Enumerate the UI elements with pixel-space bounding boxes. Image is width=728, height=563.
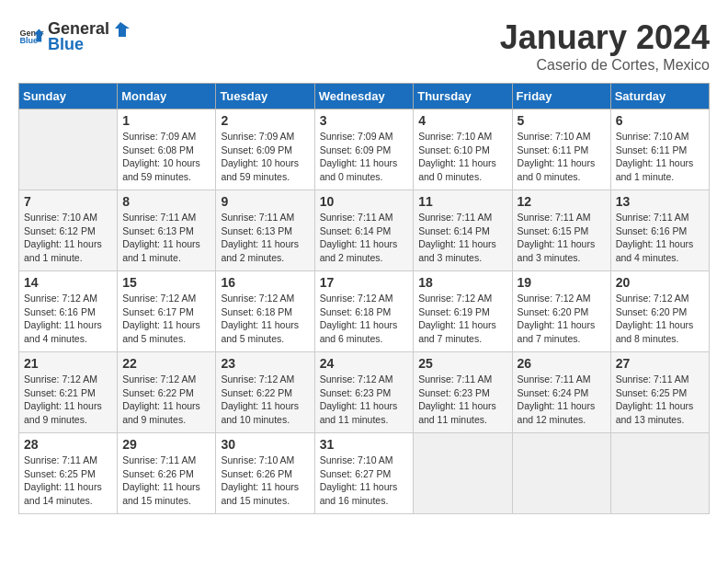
- calendar-cell: 30Sunrise: 7:10 AM Sunset: 6:26 PM Dayli…: [216, 433, 314, 514]
- logo-icon: General Blue: [18, 24, 44, 50]
- calendar-cell: 26Sunrise: 7:11 AM Sunset: 6:24 PM Dayli…: [512, 352, 610, 433]
- calendar-cell: 15Sunrise: 7:12 AM Sunset: 6:17 PM Dayli…: [118, 271, 216, 352]
- weekday-header-thursday: Thursday: [414, 84, 512, 109]
- weekday-header-monday: Monday: [118, 84, 216, 109]
- calendar-cell: 8Sunrise: 7:11 AM Sunset: 6:13 PM Daylig…: [118, 190, 216, 271]
- title-area: January 2024 Caserio de Cortes, Mexico: [500, 18, 710, 74]
- cell-day-number: 15: [122, 275, 210, 290]
- cell-day-number: 12: [518, 194, 606, 209]
- cell-day-number: 17: [320, 275, 409, 290]
- calendar-cell: 17Sunrise: 7:12 AM Sunset: 6:18 PM Dayli…: [314, 271, 414, 352]
- cell-day-number: 25: [418, 356, 506, 371]
- calendar-cell: 18Sunrise: 7:12 AM Sunset: 6:19 PM Dayli…: [414, 271, 512, 352]
- cell-day-number: 10: [320, 194, 409, 209]
- cell-info: Sunrise: 7:12 AM Sunset: 6:16 PM Dayligh…: [24, 292, 112, 346]
- cell-info: Sunrise: 7:12 AM Sunset: 6:20 PM Dayligh…: [616, 292, 704, 346]
- cell-info: Sunrise: 7:11 AM Sunset: 6:25 PM Dayligh…: [24, 454, 112, 508]
- calendar-cell: 4Sunrise: 7:10 AM Sunset: 6:10 PM Daylig…: [414, 109, 512, 190]
- weekday-header-saturday: Saturday: [610, 84, 709, 109]
- weekday-header-wednesday: Wednesday: [314, 84, 414, 109]
- calendar-cell: 5Sunrise: 7:10 AM Sunset: 6:11 PM Daylig…: [512, 109, 610, 190]
- cell-day-number: 21: [24, 356, 112, 371]
- calendar-cell: [19, 109, 118, 190]
- cell-info: Sunrise: 7:11 AM Sunset: 6:26 PM Dayligh…: [122, 454, 210, 508]
- calendar-cell: 9Sunrise: 7:11 AM Sunset: 6:13 PM Daylig…: [216, 190, 314, 271]
- calendar-cell: 12Sunrise: 7:11 AM Sunset: 6:15 PM Dayli…: [512, 190, 610, 271]
- cell-day-number: 11: [418, 194, 506, 209]
- calendar-cell: 29Sunrise: 7:11 AM Sunset: 6:26 PM Dayli…: [118, 433, 216, 514]
- calendar-cell: 10Sunrise: 7:11 AM Sunset: 6:14 PM Dayli…: [314, 190, 414, 271]
- cell-day-number: 31: [320, 437, 409, 452]
- cell-info: Sunrise: 7:10 AM Sunset: 6:26 PM Dayligh…: [221, 454, 309, 508]
- cell-day-number: 13: [616, 194, 704, 209]
- calendar-cell: [414, 433, 512, 514]
- calendar-cell: 28Sunrise: 7:11 AM Sunset: 6:25 PM Dayli…: [19, 433, 118, 514]
- svg-marker-3: [115, 22, 130, 37]
- cell-info: Sunrise: 7:12 AM Sunset: 6:18 PM Dayligh…: [320, 292, 409, 346]
- cell-info: Sunrise: 7:12 AM Sunset: 6:19 PM Dayligh…: [418, 292, 506, 346]
- calendar-subtitle: Caserio de Cortes, Mexico: [500, 57, 710, 74]
- calendar-table: SundayMondayTuesdayWednesdayThursdayFrid…: [18, 83, 710, 514]
- calendar-cell: 23Sunrise: 7:12 AM Sunset: 6:22 PM Dayli…: [216, 352, 314, 433]
- calendar-cell: 16Sunrise: 7:12 AM Sunset: 6:18 PM Dayli…: [216, 271, 314, 352]
- weekday-header-friday: Friday: [512, 84, 610, 109]
- calendar-cell: 2Sunrise: 7:09 AM Sunset: 6:09 PM Daylig…: [216, 109, 314, 190]
- calendar-cell: 27Sunrise: 7:11 AM Sunset: 6:25 PM Dayli…: [610, 352, 709, 433]
- cell-day-number: 6: [616, 113, 704, 128]
- cell-day-number: 23: [221, 356, 309, 371]
- calendar-cell: 19Sunrise: 7:12 AM Sunset: 6:20 PM Dayli…: [512, 271, 610, 352]
- cell-info: Sunrise: 7:11 AM Sunset: 6:13 PM Dayligh…: [221, 211, 309, 265]
- cell-info: Sunrise: 7:11 AM Sunset: 6:14 PM Dayligh…: [418, 211, 506, 265]
- cell-day-number: 1: [122, 113, 210, 128]
- cell-day-number: 9: [221, 194, 309, 209]
- calendar-cell: 1Sunrise: 7:09 AM Sunset: 6:08 PM Daylig…: [118, 109, 216, 190]
- cell-info: Sunrise: 7:11 AM Sunset: 6:15 PM Dayligh…: [518, 211, 606, 265]
- cell-day-number: 19: [518, 275, 606, 290]
- cell-info: Sunrise: 7:11 AM Sunset: 6:14 PM Dayligh…: [320, 211, 409, 265]
- header: General Blue General Blue January 2024 C…: [18, 18, 710, 74]
- cell-info: Sunrise: 7:12 AM Sunset: 6:22 PM Dayligh…: [221, 373, 309, 427]
- cell-day-number: 29: [122, 437, 210, 452]
- cell-info: Sunrise: 7:12 AM Sunset: 6:18 PM Dayligh…: [221, 292, 309, 346]
- cell-day-number: 26: [518, 356, 606, 371]
- cell-info: Sunrise: 7:11 AM Sunset: 6:23 PM Dayligh…: [418, 373, 506, 427]
- cell-day-number: 30: [221, 437, 309, 452]
- cell-info: Sunrise: 7:10 AM Sunset: 6:11 PM Dayligh…: [616, 130, 704, 184]
- cell-info: Sunrise: 7:12 AM Sunset: 6:17 PM Dayligh…: [122, 292, 210, 346]
- cell-day-number: 28: [24, 437, 112, 452]
- cell-day-number: 8: [122, 194, 210, 209]
- cell-info: Sunrise: 7:09 AM Sunset: 6:09 PM Dayligh…: [320, 130, 409, 184]
- cell-day-number: 4: [418, 113, 506, 128]
- calendar-cell: [512, 433, 610, 514]
- logo: General Blue General Blue: [18, 18, 131, 54]
- cell-info: Sunrise: 7:12 AM Sunset: 6:21 PM Dayligh…: [24, 373, 112, 427]
- calendar-cell: 3Sunrise: 7:09 AM Sunset: 6:09 PM Daylig…: [314, 109, 414, 190]
- cell-day-number: 16: [221, 275, 309, 290]
- calendar-cell: 24Sunrise: 7:12 AM Sunset: 6:23 PM Dayli…: [314, 352, 414, 433]
- cell-day-number: 7: [24, 194, 112, 209]
- calendar-cell: 14Sunrise: 7:12 AM Sunset: 6:16 PM Dayli…: [19, 271, 118, 352]
- cell-info: Sunrise: 7:09 AM Sunset: 6:09 PM Dayligh…: [221, 130, 309, 184]
- cell-info: Sunrise: 7:12 AM Sunset: 6:22 PM Dayligh…: [122, 373, 210, 427]
- cell-day-number: 14: [24, 275, 112, 290]
- calendar-cell: 11Sunrise: 7:11 AM Sunset: 6:14 PM Dayli…: [414, 190, 512, 271]
- svg-text:Blue: Blue: [19, 36, 38, 45]
- calendar-cell: 22Sunrise: 7:12 AM Sunset: 6:22 PM Dayli…: [118, 352, 216, 433]
- cell-day-number: 5: [518, 113, 606, 128]
- cell-info: Sunrise: 7:11 AM Sunset: 6:24 PM Dayligh…: [518, 373, 606, 427]
- calendar-title: January 2024: [500, 18, 710, 57]
- cell-info: Sunrise: 7:10 AM Sunset: 6:27 PM Dayligh…: [320, 454, 409, 508]
- cell-day-number: 3: [320, 113, 409, 128]
- cell-info: Sunrise: 7:09 AM Sunset: 6:08 PM Dayligh…: [122, 130, 210, 184]
- cell-info: Sunrise: 7:10 AM Sunset: 6:10 PM Dayligh…: [418, 130, 506, 184]
- calendar-cell: 7Sunrise: 7:10 AM Sunset: 6:12 PM Daylig…: [19, 190, 118, 271]
- cell-day-number: 20: [616, 275, 704, 290]
- cell-info: Sunrise: 7:12 AM Sunset: 6:20 PM Dayligh…: [518, 292, 606, 346]
- cell-day-number: 24: [320, 356, 409, 371]
- cell-info: Sunrise: 7:10 AM Sunset: 6:11 PM Dayligh…: [518, 130, 606, 184]
- weekday-header-sunday: Sunday: [19, 84, 118, 109]
- logo-arrow-icon: [111, 18, 131, 39]
- calendar-cell: 20Sunrise: 7:12 AM Sunset: 6:20 PM Dayli…: [610, 271, 709, 352]
- calendar-cell: 21Sunrise: 7:12 AM Sunset: 6:21 PM Dayli…: [19, 352, 118, 433]
- cell-day-number: 22: [122, 356, 210, 371]
